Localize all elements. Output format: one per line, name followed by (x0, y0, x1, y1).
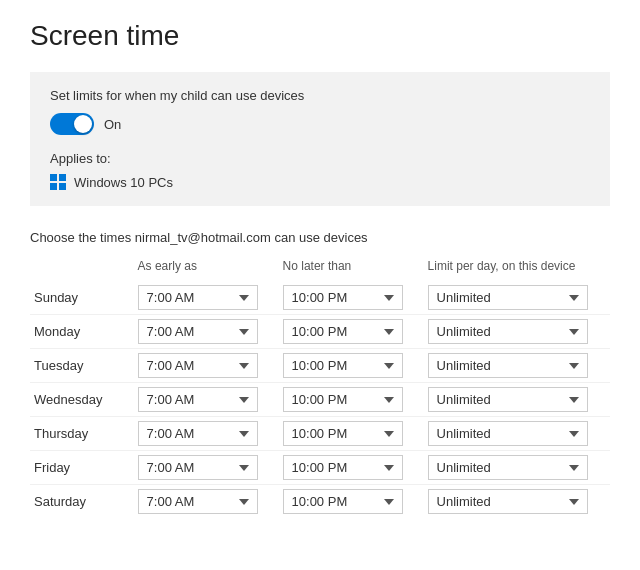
limit-cell: Unlimited30 minutes1 hour2 hours3 hours4… (424, 383, 610, 417)
screen-time-toggle[interactable] (50, 113, 94, 135)
table-row: Friday12:00 AM1:00 AM2:00 AM3:00 AM4:00 … (30, 451, 610, 485)
early-time-cell: 12:00 AM1:00 AM2:00 AM3:00 AM4:00 AM5:00… (134, 315, 279, 349)
limit-select[interactable]: Unlimited30 minutes1 hour2 hours3 hours4… (428, 353, 588, 378)
table-row: Thursday12:00 AM1:00 AM2:00 AM3:00 AM4:0… (30, 417, 610, 451)
applies-to-label: Applies to: (50, 151, 590, 166)
svg-rect-0 (50, 174, 57, 181)
day-label: Tuesday (30, 349, 134, 383)
early-time-select[interactable]: 12:00 AM1:00 AM2:00 AM3:00 AM4:00 AM5:00… (138, 421, 258, 446)
toggle-track (50, 113, 94, 135)
late-time-cell: 1:00 PM2:00 PM3:00 PM4:00 PM5:00 PM6:00 … (279, 281, 424, 315)
page-title: Screen time (30, 20, 610, 52)
late-time-select[interactable]: 1:00 PM2:00 PM3:00 PM4:00 PM5:00 PM6:00 … (283, 285, 403, 310)
toggle-thumb (74, 115, 92, 133)
late-time-cell: 1:00 PM2:00 PM3:00 PM4:00 PM5:00 PM6:00 … (279, 485, 424, 519)
limit-cell: Unlimited30 minutes1 hour2 hours3 hours4… (424, 451, 610, 485)
limit-select[interactable]: Unlimited30 minutes1 hour2 hours3 hours4… (428, 285, 588, 310)
limit-select[interactable]: Unlimited30 minutes1 hour2 hours3 hours4… (428, 421, 588, 446)
early-time-select[interactable]: 12:00 AM1:00 AM2:00 AM3:00 AM4:00 AM5:00… (138, 489, 258, 514)
limit-cell: Unlimited30 minutes1 hour2 hours3 hours4… (424, 349, 610, 383)
device-row: Windows 10 PCs (50, 174, 590, 190)
early-time-cell: 12:00 AM1:00 AM2:00 AM3:00 AM4:00 AM5:00… (134, 485, 279, 519)
late-time-select[interactable]: 1:00 PM2:00 PM3:00 PM4:00 PM5:00 PM6:00 … (283, 421, 403, 446)
limit-cell: Unlimited30 minutes1 hour2 hours3 hours4… (424, 417, 610, 451)
col-header-day (30, 259, 134, 281)
choose-times-label: Choose the times nirmal_tv@hotmail.com c… (30, 230, 610, 245)
svg-rect-1 (59, 174, 66, 181)
early-time-cell: 12:00 AM1:00 AM2:00 AM3:00 AM4:00 AM5:00… (134, 349, 279, 383)
windows-icon (50, 174, 66, 190)
limit-select[interactable]: Unlimited30 minutes1 hour2 hours3 hours4… (428, 489, 588, 514)
day-label: Thursday (30, 417, 134, 451)
limit-cell: Unlimited30 minutes1 hour2 hours3 hours4… (424, 281, 610, 315)
device-name-label: Windows 10 PCs (74, 175, 173, 190)
col-header-late: No later than (279, 259, 424, 281)
col-header-limit: Limit per day, on this device (424, 259, 610, 281)
late-time-select[interactable]: 1:00 PM2:00 PM3:00 PM4:00 PM5:00 PM6:00 … (283, 455, 403, 480)
limit-select[interactable]: Unlimited30 minutes1 hour2 hours3 hours4… (428, 455, 588, 480)
early-time-select[interactable]: 12:00 AM1:00 AM2:00 AM3:00 AM4:00 AM5:00… (138, 353, 258, 378)
late-time-select[interactable]: 1:00 PM2:00 PM3:00 PM4:00 PM5:00 PM6:00 … (283, 319, 403, 344)
svg-rect-3 (59, 183, 66, 190)
table-row: Sunday12:00 AM1:00 AM2:00 AM3:00 AM4:00 … (30, 281, 610, 315)
top-panel: Set limits for when my child can use dev… (30, 72, 610, 206)
table-row: Monday12:00 AM1:00 AM2:00 AM3:00 AM4:00 … (30, 315, 610, 349)
limit-select[interactable]: Unlimited30 minutes1 hour2 hours3 hours4… (428, 319, 588, 344)
late-time-select[interactable]: 1:00 PM2:00 PM3:00 PM4:00 PM5:00 PM6:00 … (283, 387, 403, 412)
day-label: Sunday (30, 281, 134, 315)
early-time-select[interactable]: 12:00 AM1:00 AM2:00 AM3:00 AM4:00 AM5:00… (138, 319, 258, 344)
table-row: Tuesday12:00 AM1:00 AM2:00 AM3:00 AM4:00… (30, 349, 610, 383)
early-time-select[interactable]: 12:00 AM1:00 AM2:00 AM3:00 AM4:00 AM5:00… (138, 285, 258, 310)
limit-label: Set limits for when my child can use dev… (50, 88, 590, 103)
limit-cell: Unlimited30 minutes1 hour2 hours3 hours4… (424, 315, 610, 349)
late-time-cell: 1:00 PM2:00 PM3:00 PM4:00 PM5:00 PM6:00 … (279, 349, 424, 383)
early-time-select[interactable]: 12:00 AM1:00 AM2:00 AM3:00 AM4:00 AM5:00… (138, 387, 258, 412)
early-time-cell: 12:00 AM1:00 AM2:00 AM3:00 AM4:00 AM5:00… (134, 281, 279, 315)
toggle-row: On (50, 113, 590, 135)
day-label: Friday (30, 451, 134, 485)
day-label: Monday (30, 315, 134, 349)
day-label: Wednesday (30, 383, 134, 417)
early-time-cell: 12:00 AM1:00 AM2:00 AM3:00 AM4:00 AM5:00… (134, 451, 279, 485)
limit-select[interactable]: Unlimited30 minutes1 hour2 hours3 hours4… (428, 387, 588, 412)
late-time-cell: 1:00 PM2:00 PM3:00 PM4:00 PM5:00 PM6:00 … (279, 383, 424, 417)
late-time-cell: 1:00 PM2:00 PM3:00 PM4:00 PM5:00 PM6:00 … (279, 451, 424, 485)
early-time-select[interactable]: 12:00 AM1:00 AM2:00 AM3:00 AM4:00 AM5:00… (138, 455, 258, 480)
late-time-cell: 1:00 PM2:00 PM3:00 PM4:00 PM5:00 PM6:00 … (279, 315, 424, 349)
schedule-table: As early as No later than Limit per day,… (30, 259, 610, 518)
limit-cell: Unlimited30 minutes1 hour2 hours3 hours4… (424, 485, 610, 519)
table-row: Wednesday12:00 AM1:00 AM2:00 AM3:00 AM4:… (30, 383, 610, 417)
day-label: Saturday (30, 485, 134, 519)
toggle-state-label: On (104, 117, 121, 132)
svg-rect-2 (50, 183, 57, 190)
col-header-early: As early as (134, 259, 279, 281)
late-time-select[interactable]: 1:00 PM2:00 PM3:00 PM4:00 PM5:00 PM6:00 … (283, 489, 403, 514)
late-time-cell: 1:00 PM2:00 PM3:00 PM4:00 PM5:00 PM6:00 … (279, 417, 424, 451)
late-time-select[interactable]: 1:00 PM2:00 PM3:00 PM4:00 PM5:00 PM6:00 … (283, 353, 403, 378)
early-time-cell: 12:00 AM1:00 AM2:00 AM3:00 AM4:00 AM5:00… (134, 417, 279, 451)
early-time-cell: 12:00 AM1:00 AM2:00 AM3:00 AM4:00 AM5:00… (134, 383, 279, 417)
table-row: Saturday12:00 AM1:00 AM2:00 AM3:00 AM4:0… (30, 485, 610, 519)
